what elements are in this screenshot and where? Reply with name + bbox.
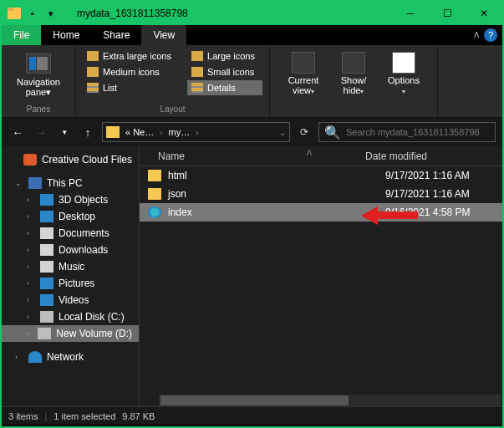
recent-locations-button[interactable]: ▾ bbox=[55, 123, 74, 141]
qat-save-icon[interactable]: ▪ bbox=[25, 6, 40, 21]
disk-icon bbox=[40, 311, 53, 323]
tree-downloads[interactable]: ›Downloads bbox=[2, 242, 139, 258]
layout-details[interactable]: Details bbox=[187, 80, 262, 95]
tree-music[interactable]: ›Music bbox=[2, 258, 139, 275]
help-icon[interactable]: ? bbox=[484, 28, 497, 42]
group-view-controls: Currentview▾ Show/hide▾ Options▾ bbox=[270, 45, 438, 117]
show-hide-button[interactable]: Show/hide▾ bbox=[332, 52, 375, 97]
layout-small[interactable]: Small icons bbox=[187, 64, 262, 79]
search-icon: 🔍 bbox=[324, 125, 341, 140]
qat-dropdown-icon[interactable]: ▾ bbox=[43, 6, 59, 21]
layout-large[interactable]: Large icons bbox=[187, 48, 262, 64]
show-hide-icon bbox=[342, 52, 365, 74]
objects-icon bbox=[40, 194, 53, 206]
address-row: ← → ▾ ↑ « Ne… › my… › ⌄ ⟳ 🔍 bbox=[2, 118, 502, 146]
layout-list[interactable]: List bbox=[83, 80, 179, 95]
address-dropdown-icon[interactable]: ⌄ bbox=[279, 128, 286, 137]
tab-share[interactable]: Share bbox=[91, 25, 141, 45]
group-panes: Navigationpane▾ Panes bbox=[2, 45, 76, 117]
body: Creative Cloud Files ⌄This PC ›3D Object… bbox=[2, 146, 502, 406]
folder-icon bbox=[7, 6, 22, 21]
chevron-right-icon[interactable]: › bbox=[196, 128, 198, 137]
chevron-right-icon[interactable]: › bbox=[160, 128, 162, 137]
pc-icon bbox=[28, 177, 42, 189]
scrollbar-thumb[interactable] bbox=[160, 395, 349, 405]
navigation-pane-icon bbox=[26, 54, 51, 74]
title-bar: ▪ ▾ mydata_1631811358798 ─ ☐ ✕ bbox=[2, 2, 502, 25]
folder-icon bbox=[148, 188, 161, 200]
file-row-index[interactable]: index 9/16/2021 4:58 PM bbox=[140, 203, 502, 222]
html-file-icon bbox=[148, 206, 161, 218]
group-label-layout: Layout bbox=[83, 104, 262, 115]
network-icon bbox=[28, 351, 42, 363]
status-selected: 1 item selected bbox=[53, 411, 115, 421]
pictures-icon bbox=[40, 278, 53, 289]
layout-medium[interactable]: Medium icons bbox=[83, 64, 179, 79]
current-view-button[interactable]: Currentview▾ bbox=[282, 52, 325, 97]
maximize-button[interactable]: ☐ bbox=[429, 2, 466, 25]
tree-documents[interactable]: ›Documents bbox=[2, 225, 139, 242]
tab-view[interactable]: View bbox=[141, 25, 186, 45]
navigation-tree[interactable]: Creative Cloud Files ⌄This PC ›3D Object… bbox=[2, 146, 140, 406]
group-label-panes: Panes bbox=[8, 104, 69, 115]
breadcrumb-1[interactable]: « Ne… bbox=[123, 127, 156, 137]
folder-icon bbox=[148, 170, 161, 181]
documents-icon bbox=[40, 227, 53, 239]
tree-pictures[interactable]: ›Pictures bbox=[2, 275, 139, 292]
ribbon-tabs: File Home Share View ᐱ ? bbox=[2, 25, 502, 45]
tree-new-volume-d[interactable]: ›New Volume (D:) bbox=[2, 325, 139, 342]
tab-home[interactable]: Home bbox=[41, 25, 91, 45]
downloads-icon bbox=[40, 244, 53, 256]
up-button[interactable]: ↑ bbox=[79, 123, 97, 141]
folder-icon bbox=[106, 126, 120, 138]
minimize-button[interactable]: ─ bbox=[392, 2, 429, 25]
tree-creative-cloud[interactable]: Creative Cloud Files bbox=[2, 151, 139, 168]
address-bar[interactable]: « Ne… › my… › ⌄ bbox=[102, 122, 290, 142]
status-size: 9.87 KB bbox=[122, 411, 155, 421]
music-icon bbox=[40, 261, 53, 273]
videos-icon bbox=[40, 294, 53, 306]
tree-this-pc[interactable]: ⌄This PC bbox=[2, 175, 139, 191]
status-bar: 3 items | 1 item selected 9.87 KB bbox=[2, 406, 502, 425]
quick-access-toolbar: ▪ ▾ bbox=[7, 6, 59, 21]
refresh-button[interactable]: ⟳ bbox=[295, 123, 313, 141]
file-row-html[interactable]: html 9/17/2021 1:16 AM bbox=[140, 166, 502, 185]
file-list[interactable]: ᐱ Name Date modified html 9/17/2021 1:16… bbox=[140, 146, 502, 406]
cloud-icon bbox=[23, 154, 37, 166]
current-view-icon bbox=[292, 52, 315, 74]
tree-3d-objects[interactable]: ›3D Objects bbox=[2, 191, 139, 208]
horizontal-scrollbar[interactable] bbox=[159, 395, 501, 406]
svg-rect-1 bbox=[8, 8, 13, 11]
status-item-count: 3 items bbox=[8, 411, 38, 421]
options-icon bbox=[392, 52, 415, 74]
navigation-pane-button[interactable]: Navigationpane▾ bbox=[8, 48, 69, 97]
tree-desktop[interactable]: ›Desktop bbox=[2, 208, 139, 225]
breadcrumb-2[interactable]: my… bbox=[166, 127, 193, 137]
tab-file[interactable]: File bbox=[2, 25, 41, 45]
window-title: mydata_1631811358798 bbox=[77, 8, 188, 19]
disk-icon bbox=[38, 328, 51, 339]
sort-indicator-icon: ᐱ bbox=[307, 149, 312, 157]
column-name[interactable]: Name bbox=[158, 150, 365, 162]
column-headers[interactable]: ᐱ Name Date modified bbox=[140, 146, 502, 166]
back-button[interactable]: ← bbox=[8, 123, 27, 141]
tree-network[interactable]: ›Network bbox=[2, 349, 139, 365]
search-input[interactable] bbox=[346, 127, 490, 137]
minimize-ribbon-icon[interactable]: ᐱ bbox=[474, 31, 479, 39]
group-layout: Extra large icons Large icons Medium ico… bbox=[76, 45, 270, 117]
tree-local-disk-c[interactable]: ›Local Disk (C:) bbox=[2, 308, 139, 325]
file-row-json[interactable]: json 9/17/2021 1:16 AM bbox=[140, 185, 502, 203]
options-button[interactable]: Options▾ bbox=[382, 52, 425, 97]
close-button[interactable]: ✕ bbox=[466, 2, 502, 25]
desktop-icon bbox=[40, 211, 53, 222]
forward-button[interactable]: → bbox=[32, 123, 50, 141]
ribbon: Navigationpane▾ Panes Extra large icons … bbox=[2, 45, 502, 118]
layout-extra-large[interactable]: Extra large icons bbox=[83, 48, 179, 64]
tree-videos[interactable]: ›Videos bbox=[2, 292, 139, 308]
search-box[interactable]: 🔍 bbox=[318, 122, 496, 142]
column-date[interactable]: Date modified bbox=[365, 150, 482, 162]
